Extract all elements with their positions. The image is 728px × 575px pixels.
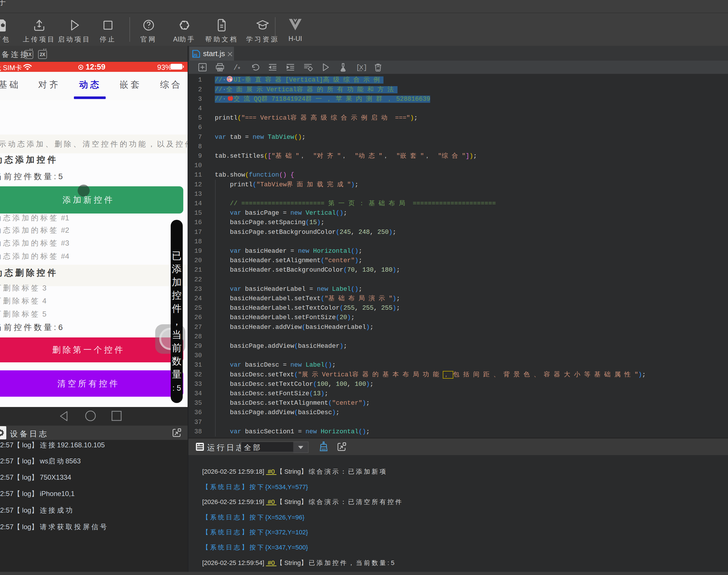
svg-text:]: ]: [363, 64, 367, 72]
svg-text:*: *: [237, 66, 241, 72]
svg-text:X: X: [359, 64, 363, 71]
svg-text:JS: JS: [193, 53, 198, 57]
